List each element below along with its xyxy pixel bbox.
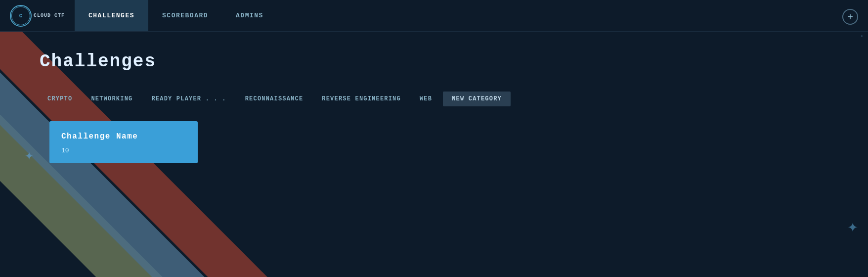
challenge-points: 10 [61,147,186,154]
logo[interactable]: C CLOUD CTF [0,5,75,27]
tab-ready-player[interactable]: READY PLAYER . . . [143,92,234,106]
tab-reconnaissance[interactable]: RECONNAISSANCE [237,92,311,106]
page-title: Challenges [40,51,828,72]
nav-item-admins[interactable]: ADMINS [222,0,277,31]
logo-text: CLOUD CTF [34,13,65,18]
challenge-card[interactable]: Challenge Name 10 [49,121,198,163]
add-challenge-button[interactable]: + [842,9,858,25]
star-right-bottom-decoration: ✦ [847,216,858,237]
category-tabs: CRYPTO NETWORKING READY PLAYER . . . REC… [40,92,828,106]
challenges-grid: Challenge Name 10 [40,121,828,163]
tab-crypto[interactable]: CRYPTO [40,92,80,106]
tab-new-category[interactable]: NEW CATEGORY [443,92,511,106]
challenge-name: Challenge Name [61,132,186,141]
tab-reverse-engineering[interactable]: REVERSE ENGINEERING [314,92,409,106]
nav-item-scoreboard[interactable]: SCOREBOARD [148,0,222,31]
navbar: C CLOUD CTF CHALLENGES SCOREBOARD ADMINS [0,0,868,32]
main-content: Challenges CRYPTO NETWORKING READY PLAYE… [0,32,868,163]
nav-item-challenges[interactable]: CHALLENGES [75,0,148,31]
tab-networking[interactable]: NETWORKING [83,92,140,106]
nav-links: CHALLENGES SCOREBOARD ADMINS [75,0,277,31]
tab-web[interactable]: WEB [412,92,440,106]
logo-icon: C [10,5,32,27]
logo-letter: C [19,13,23,19]
